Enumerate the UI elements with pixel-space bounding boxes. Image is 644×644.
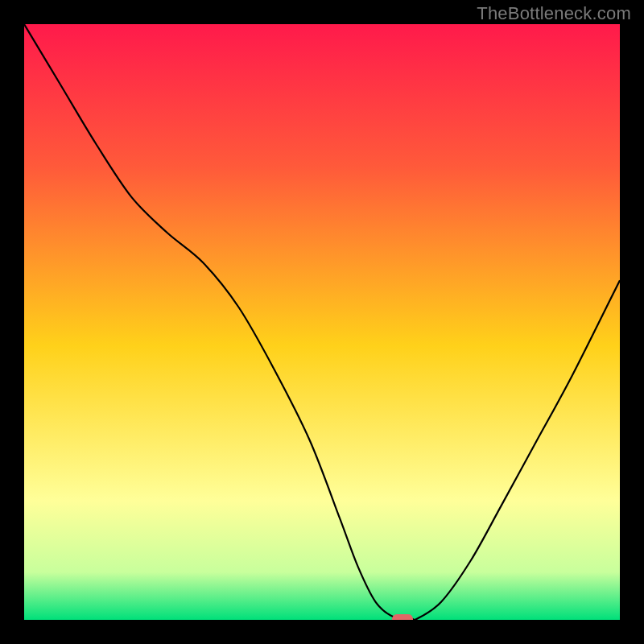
gradient-background [24,24,620,620]
chart-frame: TheBottleneck.com [0,0,644,644]
bottleneck-chart [24,24,620,620]
plot-area [24,24,620,620]
watermark-text: TheBottleneck.com [477,3,631,24]
